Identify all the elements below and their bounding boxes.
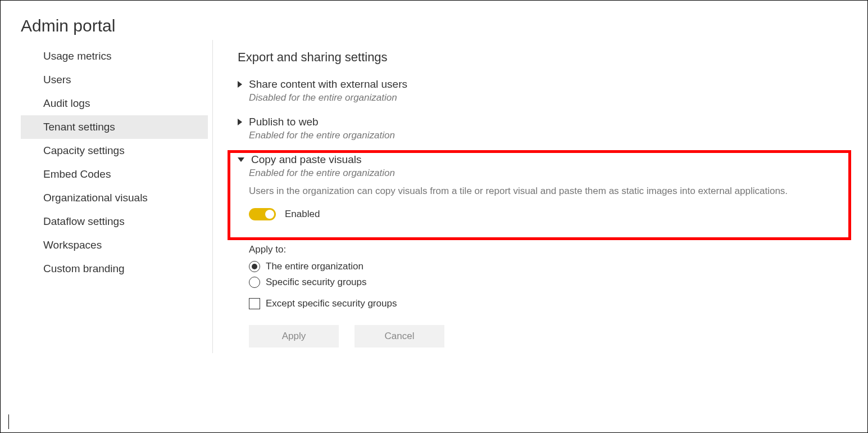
sidebar: Usage metrics Users Audit logs Tenant se… [21, 40, 213, 353]
cancel-button[interactable]: Cancel [355, 325, 444, 348]
toggle-row: Enabled [249, 208, 862, 220]
sidebar-item-organizational-visuals[interactable]: Organizational visuals [21, 186, 208, 210]
sidebar-item-workspaces[interactable]: Workspaces [21, 233, 208, 257]
page-title: Admin portal [1, 1, 867, 40]
checkbox-except-groups[interactable]: Except specific security groups [249, 298, 862, 309]
sidebar-item-custom-branding[interactable]: Custom branding [21, 257, 208, 281]
radio-icon [249, 261, 260, 272]
radio-label: Specific security groups [266, 277, 367, 288]
setting-title: Publish to web [249, 116, 319, 128]
setting-description: Users in the organization can copy visua… [249, 184, 862, 198]
sidebar-item-capacity-settings[interactable]: Capacity settings [21, 139, 208, 163]
setting-header-copy-paste[interactable]: Copy and paste visuals [238, 154, 862, 166]
setting-share-external: Share content with external users Disabl… [238, 78, 862, 103]
checkbox-label: Except specific security groups [266, 298, 397, 309]
content-area: Usage metrics Users Audit logs Tenant se… [1, 40, 867, 353]
setting-copy-paste-visuals: Copy and paste visuals Enabled for the e… [238, 154, 862, 220]
toggle-label: Enabled [285, 209, 320, 220]
text-caret [8, 414, 9, 429]
sidebar-item-usage-metrics[interactable]: Usage metrics [21, 44, 208, 68]
main-panel: Export and sharing settings Share conten… [213, 40, 867, 353]
sidebar-item-audit-logs[interactable]: Audit logs [21, 92, 208, 115]
caret-down-icon [238, 157, 244, 162]
apply-to-label: Apply to: [249, 244, 862, 255]
setting-status: Disabled for the entire organization [249, 92, 862, 103]
setting-publish-web: Publish to web Enabled for the entire or… [238, 116, 862, 141]
setting-status: Enabled for the entire organization [249, 130, 862, 141]
setting-header-share-external[interactable]: Share content with external users [238, 78, 862, 91]
setting-header-publish-web[interactable]: Publish to web [238, 116, 862, 128]
button-row: Apply Cancel [249, 325, 862, 348]
setting-title: Share content with external users [249, 78, 407, 91]
radio-label: The entire organization [266, 261, 363, 272]
radio-entire-org[interactable]: The entire organization [249, 261, 862, 272]
section-title: Export and sharing settings [238, 50, 862, 65]
apply-to-section: Apply to: The entire organization Specif… [249, 244, 862, 309]
radio-specific-groups[interactable]: Specific security groups [249, 277, 862, 288]
sidebar-item-embed-codes[interactable]: Embed Codes [21, 163, 208, 186]
sidebar-item-dataflow-settings[interactable]: Dataflow settings [21, 210, 208, 233]
toggle-knob [265, 210, 274, 219]
admin-portal-frame: Admin portal Usage metrics Users Audit l… [0, 0, 868, 433]
caret-right-icon [238, 119, 242, 125]
checkbox-icon [249, 298, 260, 309]
apply-button[interactable]: Apply [249, 325, 339, 348]
setting-status: Enabled for the entire organization [249, 168, 862, 179]
enabled-toggle[interactable] [249, 208, 276, 220]
caret-right-icon [238, 81, 242, 88]
sidebar-item-tenant-settings[interactable]: Tenant settings [21, 115, 208, 139]
setting-title: Copy and paste visuals [251, 154, 361, 166]
sidebar-item-users[interactable]: Users [21, 68, 208, 92]
radio-icon [249, 277, 260, 288]
